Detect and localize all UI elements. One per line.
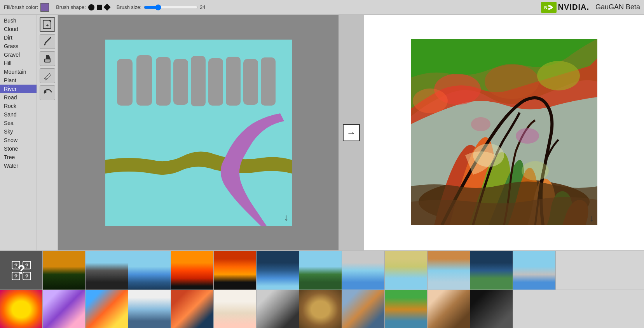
nvidia-icon: N [541,2,557,13]
color-swatch[interactable] [40,3,49,12]
art-style-thumb-10[interactable] [385,290,428,328]
svg-rect-16 [208,58,223,106]
svg-point-27 [522,161,549,180]
art-style-thumb-11[interactable] [428,290,470,328]
undo-button[interactable] [40,85,55,100]
bottom-strips: ? ? ? ? ? [0,250,644,328]
segment-item-tree[interactable]: Tree [0,153,37,161]
svg-point-25 [413,89,448,113]
art-style-thumb-5[interactable] [171,290,214,328]
generate-arrow-icon: → [347,127,356,138]
segment-item-plant[interactable]: Plant [0,76,37,85]
svg-point-24 [537,61,580,90]
svg-rect-11 [117,59,133,106]
segment-item-sea[interactable]: Sea [0,119,37,127]
svg-rect-8 [45,59,50,62]
segment-item-snow[interactable]: Snow [0,136,37,144]
brush-shapes [88,4,110,10]
svg-rect-17 [226,57,241,106]
generate-button-area: → [339,15,364,250]
svg-rect-10 [105,40,292,226]
square-brush-shape[interactable] [97,5,102,10]
art-style-thumb-7[interactable] [257,290,299,328]
art-style-thumb-4[interactable] [128,290,171,328]
svg-text:?: ? [14,262,17,269]
svg-point-29 [471,117,490,131]
art-style-thumb-6[interactable] [214,290,257,328]
generate-button[interactable]: → [343,124,360,141]
segment-item-hill[interactable]: Hill [0,59,37,68]
brush-size-label: Brush size: [117,4,141,10]
brush-shape-label: Brush shape: [56,4,86,10]
landscape-thumb-11[interactable] [470,251,513,290]
svg-rect-19 [261,57,276,106]
art-style-thumb-8[interactable] [299,290,342,328]
landscape-thumb-3[interactable] [128,251,171,290]
segment-item-grass[interactable]: Grass [0,42,37,50]
landscape-thumb-9[interactable] [385,251,428,290]
segment-item-bush[interactable]: Bush [0,16,37,25]
svg-point-23 [485,64,539,99]
svg-point-28 [516,128,539,144]
svg-text:?: ? [25,262,28,269]
landscape-thumb-7[interactable] [299,251,342,290]
art-style-strip [0,290,644,328]
art-style-thumb-3[interactable] [86,290,128,328]
landscape-thumb-5[interactable] [214,251,257,290]
landscape-thumb-2[interactable] [86,251,128,290]
landscape-thumb-8[interactable] [342,251,385,290]
brush-size-slider[interactable] [144,4,198,10]
svg-line-6 [45,38,51,43]
gaugan-title: GauGAN Beta [595,3,640,11]
segment-item-stone[interactable]: Stone [0,144,37,153]
diamond-brush-shape[interactable] [103,3,110,10]
svg-rect-12 [136,55,152,106]
main-area: BushCloudDirtGrassGravelHillMountainPlan… [0,15,644,250]
landscape-thumb-1[interactable] [43,251,86,290]
landscape-thumb-4[interactable] [171,251,214,290]
segment-item-water[interactable]: Water [0,161,37,170]
drawing-canvas[interactable] [105,40,292,226]
segment-item-river[interactable]: River [0,85,37,93]
tools-panel: + [37,15,58,250]
art-style-thumb-2[interactable] [43,290,86,328]
svg-rect-13 [156,57,171,106]
art-style-thumb-12[interactable] [470,290,513,328]
segment-item-dirt[interactable]: Dirt [0,33,37,42]
nvidia-text: NVIDIA. [558,3,589,12]
random-button[interactable]: ? ? ? ? ? [0,251,43,290]
svg-point-2 [548,7,549,8]
eraser-button[interactable] [40,68,55,83]
landscape-thumb-6[interactable] [257,251,299,290]
segment-item-road[interactable]: Road [0,93,37,102]
segment-list: BushCloudDirtGrassGravelHillMountainPlan… [0,15,37,250]
fill-bucket-button[interactable] [40,51,55,66]
svg-text:?: ? [25,273,28,279]
svg-text:?: ? [14,273,17,279]
svg-marker-9 [44,90,47,94]
segment-item-cloud[interactable]: Cloud [0,25,37,33]
landscape-thumb-12[interactable] [513,251,556,290]
segment-item-mountain[interactable]: Mountain [0,68,37,76]
drawing-area: ↓ [58,15,339,250]
segment-item-sand[interactable]: Sand [0,110,37,119]
segment-item-rock[interactable]: Rock [0,102,37,110]
new-canvas-button[interactable]: + [40,17,55,32]
paintbrush-button[interactable] [40,34,55,49]
fill-brush-label: Fill/brush color: [4,4,38,10]
svg-rect-18 [243,59,258,105]
output-area: ↓ [364,15,644,250]
nvidia-logo: N NVIDIA. GauGAN Beta [541,2,640,13]
canvas-download-button[interactable]: ↓ [284,212,289,223]
art-style-thumb-9[interactable] [342,290,385,328]
circle-brush-shape[interactable] [88,4,94,10]
svg-rect-15 [191,56,206,106]
toolbar: Fill/brush color: Brush shape: Brush siz… [0,0,644,15]
brush-size-value: 24 [200,4,205,10]
landscape-thumb-10[interactable] [428,251,470,290]
segment-item-gravel[interactable]: Gravel [0,50,37,59]
segment-sidebar: BushCloudDirtGrassGravelHillMountainPlan… [0,15,37,250]
output-download-button[interactable]: ↓ [590,213,594,224]
segment-item-sky[interactable]: Sky [0,127,37,136]
art-style-thumb-1[interactable] [0,290,43,328]
